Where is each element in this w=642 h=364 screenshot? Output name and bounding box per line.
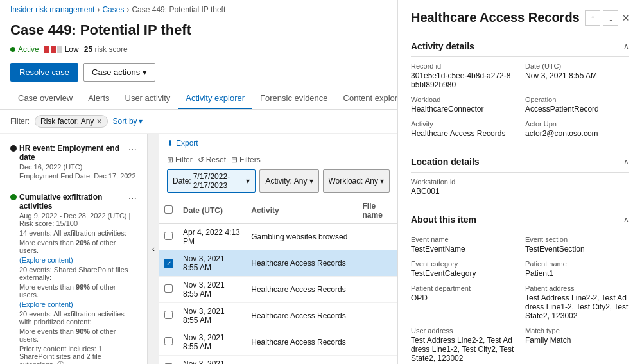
user-address-label: User address [411,327,515,334]
tab-forensic-evidence[interactable]: Forensic evidence [252,88,336,109]
row-checkbox[interactable] [164,284,173,293]
workload-filter-dropdown[interactable]: Workload: Any ▾ [323,169,390,193]
reset-button[interactable]: ↺ Reset [198,155,226,164]
row-activity: Healthcare Access Records [246,356,357,365]
tab-content-explorer[interactable]: Content explorer [336,88,398,109]
row-filename [358,224,398,250]
event-section-value: TestEventSection [525,245,629,254]
row-filename [358,356,398,365]
event-item-exfil[interactable]: Cumulative exfiltration activities ··· A… [5,187,142,364]
tab-user-activity[interactable]: User activity [117,88,178,109]
filter-bar: Filter: Risk factor: Any × Sort by ▾ [0,110,397,134]
filters-button[interactable]: ⊟ Filters [231,155,261,164]
event-stat-7: Priority content includes: 1 SharePoint … [19,345,137,364]
table-row[interactable]: Nov 3, 2021 8:55 AM Healthcare Access Re… [159,277,397,303]
nav-down-button[interactable]: ↓ [603,10,618,26]
event-explore-1[interactable]: (Explore content) [19,256,137,264]
right-panel-header: Healthcare Access Records ↑ ↓ × [411,10,629,26]
event-category-value: TestEventCategory [411,269,515,278]
collapse-panel-button[interactable]: ‹ [148,134,159,364]
event-date-exfil: Aug 9, 2022 - Dec 28, 2022 (UTC) | Risk … [19,212,137,227]
tab-case-overview[interactable]: Case overview [10,88,80,109]
row-checkbox[interactable] [164,311,173,319]
event-stat-3: 20 events: Shared SharePoint files exter… [19,266,137,281]
row-date: Nov 3, 2021 8:55 AM [178,250,246,277]
workstation-id-label: Workstation id [411,178,515,186]
close-panel-button[interactable]: × [622,12,629,25]
select-all-checkbox[interactable] [164,205,173,214]
table-row[interactable]: Nov 3, 2021 8:55 AM Healthcare Access Re… [159,329,397,356]
event-item-hr[interactable]: HR event: Employment end date ··· Dec 16… [5,139,142,185]
nav-up-button[interactable]: ↑ [585,10,600,26]
match-type-item: Match type Family Match [525,327,629,363]
patient-name-value: Patient1 [525,269,629,278]
event-name-exfil: Cumulative exfiltration activities [19,193,128,211]
row-filename [358,250,398,277]
activity-table: Date (UTC) Activity File name Apr 4, 202… [159,198,397,364]
row-checkbox[interactable]: ✓ [164,259,173,268]
about-item-header[interactable]: About this item ∧ [411,209,629,230]
activity-filter-dropdown[interactable]: Activity: Any ▾ [259,169,318,193]
workload-value: HealthcareConnector [411,105,515,114]
location-details-grid: Workstation id ABC001 [411,178,629,196]
panel-title: Healthcare Access Records [411,10,580,25]
tab-alerts[interactable]: Alerts [80,88,117,109]
row-date: Nov 3, 2021 8:55 AM [178,303,246,329]
action-bar: Resolve case Case actions ▾ [0,59,397,88]
patient-address-label: Patient address [525,284,629,292]
chevron-down-icon: ▾ [380,177,384,186]
location-details-header[interactable]: Location details ∧ [411,152,629,173]
row-checkbox[interactable] [164,232,173,240]
location-details-section: Location details ∧ Workstation id ABC001 [411,152,629,196]
breadcrumb-link-2[interactable]: Cases [102,5,124,14]
activity-details-title: Activity details [411,41,474,51]
export-button[interactable]: ⬇ Export [167,139,198,148]
row-date: Nov 3, 2021 8:55 AM [178,356,246,365]
table-row[interactable]: Apr 4, 2022 4:13 PM Gambling websites br… [159,224,397,250]
activity-details-header[interactable]: Activity details ∧ [411,36,629,57]
severity-block-3 [57,46,62,53]
patient-address-item: Patient address Test Address Line2-2, Te… [525,284,629,320]
row-checkbox[interactable] [164,337,173,345]
activity-item: Activity Healthcare Access Records [411,120,515,138]
event-explore-2[interactable]: (Explore content) [19,300,137,308]
filter-chip[interactable]: Risk factor: Any × [35,115,108,128]
location-details-chevron: ∧ [623,157,629,166]
table-row[interactable]: Nov 3, 2021 8:55 AM Healthcare Access Re… [159,356,397,365]
status-severity: Low [44,45,79,54]
activity-label: Activity [411,120,515,128]
row-activity: Gambling websites browsed [246,224,357,250]
filter-activity-button[interactable]: ⊞ Filter [167,155,193,164]
tab-activity-explorer[interactable]: Activity explorer [178,88,252,109]
activity-details-grid: Record id 301e5e1d-c5ee-4b8d-a272-8b5bf8… [411,62,629,138]
event-stat-6: More events than 90% of other users. [19,327,137,343]
case-actions-button[interactable]: Case actions ▾ [83,63,155,82]
page-title: Case 449: Potential IP theft [0,19,397,42]
table-header-checkbox [159,198,178,224]
table-row[interactable]: Nov 3, 2021 8:55 AM Healthcare Access Re… [159,303,397,329]
filter-chip-close[interactable]: × [96,117,101,126]
status-dot [10,47,15,52]
workstation-id-item: Workstation id ABC001 [411,178,515,196]
event-category-label: Event category [411,260,515,268]
chevron-down-icon: ▾ [309,177,313,186]
about-item-grid: Event name TestEventName Event section T… [411,236,629,364]
table-row[interactable]: ✓ Nov 3, 2021 8:55 AM Healthcare Access … [159,250,397,277]
severity-block-1 [44,46,49,53]
operation-item: Operation AccessPatientRecord [525,96,629,114]
event-menu-icon[interactable]: ··· [128,144,137,155]
event-desc-hr: Employment End Date: Dec 17, 2022 [19,172,137,180]
event-menu-icon-2[interactable]: ··· [128,193,137,204]
row-activity: Healthcare Access Records [246,277,357,303]
resolve-case-button[interactable]: Resolve case [10,63,78,82]
row-filename [358,303,398,329]
row-filename [358,277,398,303]
event-dot-hr [10,145,17,152]
date-filter-dropdown[interactable]: Date: 7/17/2022-2/17/2023 ▾ [167,169,256,193]
sort-button[interactable]: Sort by ▾ [113,117,143,126]
event-dot-exfil [10,194,17,200]
event-section-label: Event section [525,236,629,243]
status-active: Active [10,45,39,54]
filters-icon: ⊟ [231,155,238,164]
breadcrumb-link-1[interactable]: Insider risk management [10,5,94,14]
